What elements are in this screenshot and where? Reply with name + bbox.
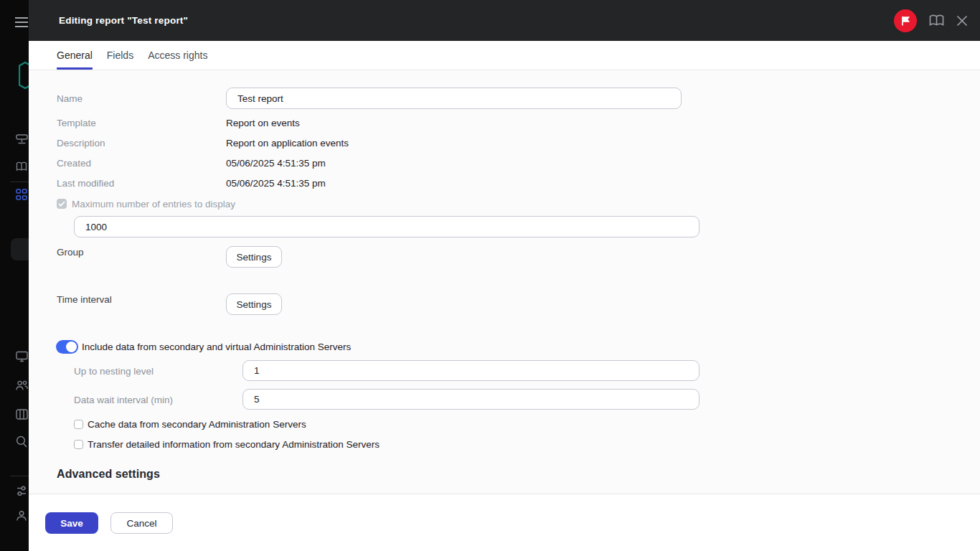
- users-icon[interactable]: [16, 380, 28, 391]
- description-label: Description: [57, 136, 105, 150]
- template-value: Report on events: [226, 116, 300, 130]
- devices-monitor-icon[interactable]: [16, 351, 28, 362]
- save-button[interactable]: Save: [45, 512, 98, 534]
- name-input[interactable]: [226, 88, 682, 109]
- cache-data-label: Cache data from secondary Administration…: [88, 417, 306, 431]
- group-settings-button[interactable]: Settings: [226, 246, 282, 268]
- book-icon: [929, 14, 944, 27]
- administration-server-icon[interactable]: [16, 133, 28, 145]
- name-label: Name: [57, 91, 83, 105]
- dashboard-grid-icon[interactable]: [16, 189, 27, 201]
- max-entries-input[interactable]: [74, 216, 699, 237]
- account-icon[interactable]: [16, 510, 27, 522]
- console-settings-icon[interactable]: [16, 485, 27, 497]
- description-value: Report on application events: [226, 136, 349, 150]
- max-entries-label: Maximum number of entries to display: [72, 197, 235, 211]
- created-value: 05/06/2025 4:51:35 pm: [226, 156, 326, 170]
- close-icon: [956, 15, 968, 27]
- hamburger-menu-icon[interactable]: [15, 17, 28, 27]
- time-interval-settings-button[interactable]: Settings: [226, 293, 282, 315]
- tab-access-rights[interactable]: Access rights: [148, 41, 207, 70]
- nesting-level-input[interactable]: [242, 360, 699, 381]
- repositories-icon[interactable]: [16, 409, 28, 420]
- last-modified-label: Last modified: [57, 176, 114, 190]
- flag-icon: [900, 15, 911, 27]
- transfer-detailed-checkbox[interactable]: [74, 440, 83, 449]
- help-button[interactable]: [929, 14, 944, 27]
- group-label: Group: [57, 245, 84, 259]
- max-entries-checkbox[interactable]: [57, 199, 67, 209]
- tab-fields[interactable]: Fields: [107, 41, 133, 70]
- dialog-header: Editing report "Test report": [29, 0, 980, 41]
- close-button[interactable]: [956, 15, 968, 27]
- tab-general[interactable]: General: [57, 41, 93, 70]
- toggle-knob: [66, 342, 77, 352]
- transfer-detailed-label: Transfer detailed information from secon…: [88, 437, 380, 451]
- nesting-level-label: Up to nesting level: [74, 364, 154, 378]
- documentation-map-icon[interactable]: [16, 161, 27, 172]
- data-wait-interval-label: Data wait interval (min): [74, 392, 173, 407]
- include-secondary-toggle[interactable]: [56, 340, 78, 354]
- template-label: Template: [57, 116, 96, 130]
- cache-data-checkbox[interactable]: [74, 420, 83, 429]
- dialog-title: Editing report "Test report": [59, 15, 188, 26]
- cancel-button[interactable]: Cancel: [110, 512, 173, 534]
- created-label: Created: [57, 156, 91, 170]
- app-sidebar: [0, 0, 29, 551]
- time-interval-label: Time interval: [57, 292, 112, 306]
- search-icon[interactable]: [16, 435, 27, 448]
- advanced-settings-heading: Advanced settings: [57, 468, 160, 481]
- dialog-footer: Save Cancel: [29, 494, 980, 551]
- edit-report-dialog: Editing report "Test report" General Fie…: [29, 0, 980, 551]
- include-secondary-label: Include data from secondary and virtual …: [82, 339, 351, 354]
- dialog-tabs: General Fields Access rights: [29, 41, 980, 70]
- last-modified-value: 05/06/2025 4:51:35 pm: [226, 176, 326, 190]
- whats-new-button[interactable]: [894, 9, 917, 32]
- checkmark-icon: [58, 201, 65, 207]
- data-wait-interval-input[interactable]: [242, 389, 699, 410]
